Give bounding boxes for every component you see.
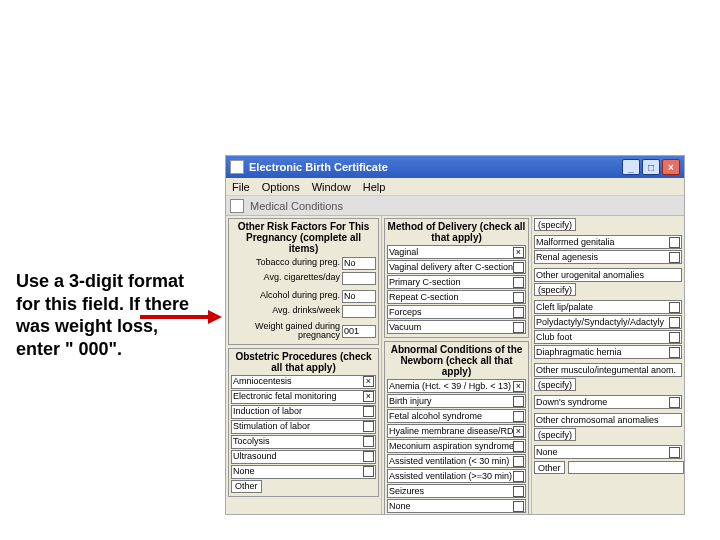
abnormal-row-3[interactable]: Hyaline membrane disease/RDS× xyxy=(387,424,526,438)
downs-checkbox[interactable] xyxy=(669,397,680,408)
delivery-row-2[interactable]: Primary C-section xyxy=(387,275,526,289)
ob-label-1: Electronic fetal monitoring xyxy=(233,392,363,401)
column-middle: Method of Delivery (check all that apply… xyxy=(382,216,532,514)
downs-label: Down's syndrome xyxy=(536,398,669,407)
abnormal-checkbox-1[interactable] xyxy=(513,396,524,407)
delivery-row-0[interactable]: Vaginal× xyxy=(387,245,526,259)
anom-mid-row-1[interactable]: Polydactyly/Syndactyly/Adactyly xyxy=(534,315,682,329)
ob-checkbox-6[interactable] xyxy=(363,466,374,477)
musculo-label: Other musculo/integumental anom. xyxy=(536,366,680,375)
abnormal-checkbox-8[interactable] xyxy=(513,501,524,512)
menu-help[interactable]: Help xyxy=(363,181,386,193)
anom-top-checkbox-0[interactable] xyxy=(669,237,680,248)
abnormal-row-1[interactable]: Birth injury xyxy=(387,394,526,408)
delivery-checkbox-3[interactable] xyxy=(513,292,524,303)
delivery-label-1: Vaginal delivery after C-section xyxy=(389,263,513,272)
abnormal-checkbox-4[interactable] xyxy=(513,441,524,452)
delivery-label-5: Vacuum xyxy=(389,323,513,332)
ob-checkbox-1[interactable]: × xyxy=(363,391,374,402)
abnormal-label-8: None xyxy=(389,502,513,511)
tobacco-input[interactable] xyxy=(342,257,376,270)
delivery-row-1[interactable]: Vaginal delivery after C-section xyxy=(387,260,526,274)
cigs-input[interactable] xyxy=(342,272,376,285)
anom-top-row-1[interactable]: Renal agenesis xyxy=(534,250,682,264)
ob-row-0[interactable]: Amniocentesis× xyxy=(231,375,376,389)
delivery-row-5[interactable]: Vacuum xyxy=(387,320,526,334)
anom-mid-checkbox-3[interactable] xyxy=(669,347,680,358)
urogenital-row[interactable]: Other urogenital anomalies xyxy=(534,268,682,282)
abnormal-row-2[interactable]: Fetal alcohol syndrome xyxy=(387,409,526,423)
titlebar: Electronic Birth Certificate _ □ × xyxy=(226,156,684,178)
maximize-button[interactable]: □ xyxy=(642,159,660,175)
abnormal-label-1: Birth injury xyxy=(389,397,513,406)
menu-window[interactable]: Window xyxy=(312,181,351,193)
chrom-row[interactable]: Other chromosomal anomalies xyxy=(534,413,682,427)
ob-checkbox-3[interactable] xyxy=(363,421,374,432)
drinks-input[interactable] xyxy=(342,305,376,318)
abnormal-row-8[interactable]: None xyxy=(387,499,526,513)
ob-checkbox-0[interactable]: × xyxy=(363,376,374,387)
anom-other-input[interactable] xyxy=(568,461,684,474)
ob-other-button[interactable]: Other xyxy=(231,480,262,493)
delivery-checkbox-5[interactable] xyxy=(513,322,524,333)
abnormal-checkbox-5[interactable] xyxy=(513,456,524,467)
ob-row-3[interactable]: Stimulation of labor xyxy=(231,420,376,434)
specify-1[interactable]: (specify) xyxy=(534,283,576,296)
anom-mid-row-0[interactable]: Cleft lip/palate xyxy=(534,300,682,314)
anom-mid-checkbox-1[interactable] xyxy=(669,317,680,328)
group-abnormal: Abnormal Conditions of the Newborn (chec… xyxy=(384,341,529,514)
delivery-checkbox-0[interactable]: × xyxy=(513,247,524,258)
anom-mid-row-2[interactable]: Club foot xyxy=(534,330,682,344)
abnormal-row-6[interactable]: Assisted ventilation (>=30 min) xyxy=(387,469,526,483)
anom-other-button[interactable]: Other xyxy=(534,461,565,474)
ob-row-5[interactable]: Ultrasound xyxy=(231,450,376,464)
ob-label-2: Induction of labor xyxy=(233,407,363,416)
abnormal-checkbox-6[interactable] xyxy=(513,471,524,482)
specify-2[interactable]: (specify) xyxy=(534,378,576,391)
ob-checkbox-4[interactable] xyxy=(363,436,374,447)
specify-3[interactable]: (specify) xyxy=(534,428,576,441)
abnormal-row-5[interactable]: Assisted ventilation (< 30 min) xyxy=(387,454,526,468)
weight-input[interactable] xyxy=(342,325,376,338)
window-title: Electronic Birth Certificate xyxy=(249,161,622,173)
abnormal-label-5: Assisted ventilation (< 30 min) xyxy=(389,457,513,466)
abnormal-row-7[interactable]: Seizures xyxy=(387,484,526,498)
ob-row-4[interactable]: Tocolysis xyxy=(231,435,376,449)
delivery-checkbox-1[interactable] xyxy=(513,262,524,273)
close-button[interactable]: × xyxy=(662,159,680,175)
anom-top-row-0[interactable]: Malformed genitalia xyxy=(534,235,682,249)
ob-row-1[interactable]: Electronic fetal monitoring× xyxy=(231,390,376,404)
abnormal-checkbox-2[interactable] xyxy=(513,411,524,422)
specify-0[interactable]: (specify) xyxy=(534,218,576,231)
anom-top-checkbox-1[interactable] xyxy=(669,252,680,263)
ob-row-2[interactable]: Induction of labor xyxy=(231,405,376,419)
app-window: Electronic Birth Certificate _ □ × File … xyxy=(225,155,685,515)
anom-none-checkbox[interactable] xyxy=(669,447,680,458)
anom-mid-checkbox-0[interactable] xyxy=(669,302,680,313)
ob-checkbox-5[interactable] xyxy=(363,451,374,462)
delivery-checkbox-4[interactable] xyxy=(513,307,524,318)
musculo-row[interactable]: Other musculo/integumental anom. xyxy=(534,363,682,377)
abnormal-row-4[interactable]: Meconium aspiration syndrome xyxy=(387,439,526,453)
delivery-row-3[interactable]: Repeat C-section xyxy=(387,290,526,304)
subheader: Medical Conditions xyxy=(226,196,684,216)
menu-options[interactable]: Options xyxy=(262,181,300,193)
delivery-checkbox-2[interactable] xyxy=(513,277,524,288)
menu-file[interactable]: File xyxy=(232,181,250,193)
minimize-button[interactable]: _ xyxy=(622,159,640,175)
delivery-row-4[interactable]: Forceps xyxy=(387,305,526,319)
abnormal-checkbox-3[interactable]: × xyxy=(513,426,524,437)
anom-mid-label-1: Polydactyly/Syndactyly/Adactyly xyxy=(536,318,669,327)
anom-none-row[interactable]: None xyxy=(534,445,682,459)
abnormal-label-7: Seizures xyxy=(389,487,513,496)
ob-checkbox-2[interactable] xyxy=(363,406,374,417)
alcohol-input[interactable] xyxy=(342,290,376,303)
abnormal-checkbox-7[interactable] xyxy=(513,486,524,497)
anom-mid-checkbox-2[interactable] xyxy=(669,332,680,343)
abnormal-row-0[interactable]: Anemia (Hct. < 39 / Hgb. < 13)× xyxy=(387,379,526,393)
ob-row-6[interactable]: None xyxy=(231,465,376,479)
downs-row[interactable]: Down's syndrome xyxy=(534,395,682,409)
abnormal-checkbox-0[interactable]: × xyxy=(513,381,524,392)
ob-label-3: Stimulation of labor xyxy=(233,422,363,431)
anom-mid-row-3[interactable]: Diaphragmatic hernia xyxy=(534,345,682,359)
